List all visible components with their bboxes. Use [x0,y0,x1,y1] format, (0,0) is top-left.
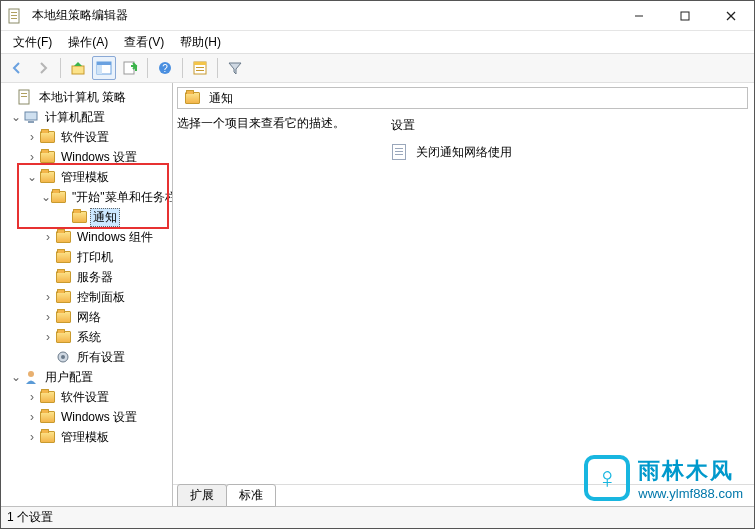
menu-help[interactable]: 帮助(H) [174,32,227,53]
tree-label: Windows 设置 [58,148,140,167]
tree-item[interactable]: ›网络 [1,307,172,327]
filter-button[interactable] [223,56,247,80]
expand-icon[interactable]: › [41,291,55,303]
tree-label: 管理模板 [58,428,112,447]
tabs: 扩展 标准 [173,484,754,506]
svg-rect-22 [25,112,37,120]
back-button[interactable] [5,56,29,80]
folder-icon [39,389,55,405]
settings-icon [55,349,71,365]
export-button[interactable] [118,56,142,80]
tree-item[interactable]: ›软件设置 [1,387,172,407]
tree-label: 计算机配置 [42,108,108,127]
close-button[interactable] [708,1,754,30]
tree-item[interactable]: ›管理模板 [1,427,172,447]
tree-label: Windows 组件 [74,228,156,247]
tree-item[interactable]: ›所有设置 [1,347,172,367]
collapse-icon[interactable]: ⌄ [41,191,51,203]
expand-icon[interactable]: › [25,131,39,143]
svg-rect-5 [681,12,689,20]
menu-file[interactable]: 文件(F) [7,32,58,53]
folder-icon [39,169,55,185]
svg-rect-21 [21,96,27,97]
expand-icon[interactable]: › [41,311,55,323]
tab-standard[interactable]: 标准 [226,484,276,507]
folder-icon [55,309,71,325]
tree-item[interactable]: ›控制面板 [1,287,172,307]
expand-icon[interactable]: › [41,231,55,243]
svg-rect-17 [196,67,204,68]
status-text: 1 个设置 [7,509,53,526]
forward-button[interactable] [31,56,55,80]
folder-icon [39,429,55,445]
tree-item[interactable]: ›打印机 [1,247,172,267]
tree-label: "开始"菜单和任务栏 [69,188,173,207]
svg-rect-10 [97,62,111,65]
policy-item-icon [391,144,407,160]
maximize-button[interactable] [662,1,708,30]
collapse-icon[interactable]: ⌄ [25,171,39,183]
tree-item[interactable]: ›Windows 组件 [1,227,172,247]
tree-computer-config[interactable]: ⌄ 计算机配置 [1,107,172,127]
svg-rect-16 [194,62,206,65]
content-area: ▾ 本地计算机 策略 ⌄ 计算机配置 ›软件设置 ›Windows 设置 ⌄管理… [1,83,754,506]
menu-view[interactable]: 查看(V) [118,32,170,53]
folder-icon [55,249,71,265]
folder-icon [39,409,55,425]
show-hide-tree-button[interactable] [92,56,116,80]
expand-icon[interactable]: › [25,431,39,443]
svg-point-26 [28,371,34,377]
tree-label-selected: 通知 [90,208,120,227]
tree-item[interactable]: ›服务器 [1,267,172,287]
svg-rect-3 [11,18,17,19]
setting-label: 关闭通知网络使用 [416,144,512,161]
folder-icon [55,289,71,305]
tree-panel[interactable]: ▾ 本地计算机 策略 ⌄ 计算机配置 ›软件设置 ›Windows 设置 ⌄管理… [1,83,173,506]
svg-text:?: ? [162,63,168,74]
svg-rect-18 [196,70,204,71]
tree-label: 服务器 [74,268,116,287]
tree-label: 系统 [74,328,104,347]
panel-header: 通知 [177,87,748,109]
tree-admin-templates[interactable]: ⌄管理模板 [1,167,172,187]
properties-button[interactable] [188,56,212,80]
computer-icon [23,109,39,125]
folder-icon [184,90,200,106]
folder-icon [71,209,87,225]
menu-action[interactable]: 操作(A) [62,32,114,53]
setting-item[interactable]: 关闭通知网络使用 [391,142,748,162]
up-button[interactable] [66,56,90,80]
tree-label: 控制面板 [74,288,128,307]
expand-icon[interactable]: › [25,411,39,423]
toolbar-separator [217,58,218,78]
expand-icon[interactable]: › [41,331,55,343]
tree-start-menu[interactable]: ⌄"开始"菜单和任务栏 [1,187,172,207]
folder-icon [55,269,71,285]
svg-rect-8 [72,66,84,74]
expand-icon[interactable]: › [25,151,39,163]
toolbar-separator [147,58,148,78]
collapse-icon[interactable]: ⌄ [9,371,23,383]
tree-label: Windows 设置 [58,408,140,427]
description-column: 选择一个项目来查看它的描述。 [177,115,367,484]
tree-root[interactable]: ▾ 本地计算机 策略 [1,87,172,107]
right-panel: 通知 选择一个项目来查看它的描述。 设置 关闭通知网络使用 扩展 标准 [173,83,754,506]
tree-label: 所有设置 [74,348,128,367]
collapse-icon[interactable]: ⌄ [9,111,23,123]
tree-item[interactable]: ›软件设置 [1,127,172,147]
minimize-button[interactable] [616,1,662,30]
tree-user-config[interactable]: ⌄用户配置 [1,367,172,387]
help-button[interactable]: ? [153,56,177,80]
tree-item[interactable]: ›Windows 设置 [1,407,172,427]
toolbar-separator [60,58,61,78]
expand-icon[interactable]: › [25,391,39,403]
tree-label: 软件设置 [58,128,112,147]
tree-notify[interactable]: ›通知 [1,207,172,227]
tree-item[interactable]: ›Windows 设置 [1,147,172,167]
description-prompt: 选择一个项目来查看它的描述。 [177,115,367,132]
column-header-setting[interactable]: 设置 [391,115,748,142]
tab-extended[interactable]: 扩展 [177,484,227,507]
tree-item[interactable]: ›系统 [1,327,172,347]
policy-icon [17,89,33,105]
tree-label: 用户配置 [42,368,96,387]
